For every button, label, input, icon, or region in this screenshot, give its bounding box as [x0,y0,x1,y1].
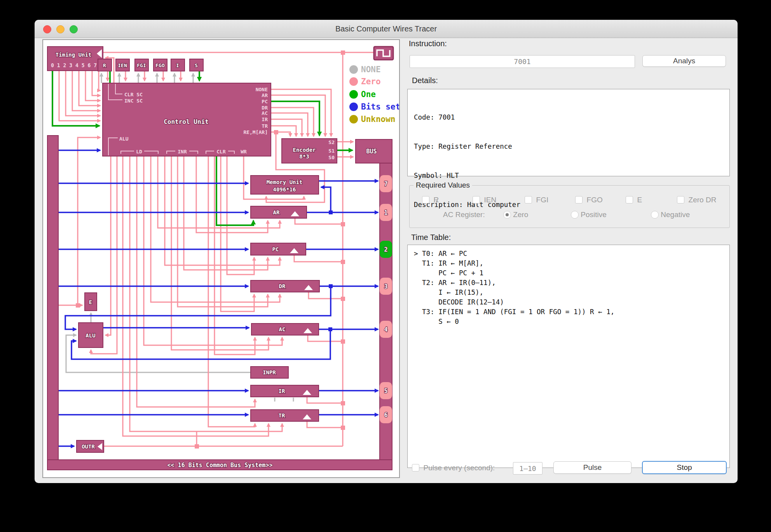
bus-badge-2-active: 2 [384,246,387,253]
time-table-box[interactable]: > T0: AR ← PC T1: IR ← M[AR], PC ← PC + … [407,245,730,468]
radio-positive[interactable]: Positive [571,210,607,219]
svg-text:Zero: Zero [361,77,381,86]
pulse-button[interactable]: Pulse [553,461,631,474]
control-unit-block[interactable]: Control Unit CLR SC INC SC NONE AR PC DR… [103,83,271,156]
legend-dot-bits-set [349,103,358,111]
checkbox-r[interactable]: R [422,196,439,204]
svg-text:Encoder: Encoder [293,147,316,153]
flag-fgi: FGI [137,63,146,68]
blue-wires [58,150,378,446]
svg-text:S0: S0 [328,155,335,160]
bus-block[interactable]: BUS [356,139,392,163]
wires-diagram-panel[interactable]: << 16 Bits Common Bus System>> Timing Un… [42,39,400,478]
svg-text:S1: S1 [328,148,335,154]
timing-digits: 0 1 2 3 4 5 6 7 [51,62,97,68]
details-line: Code: 7001 [414,113,723,122]
stop-button[interactable]: Stop [642,461,727,474]
register-dr[interactable]: DR [251,280,319,292]
checkbox-fgi[interactable]: FGI [525,196,548,204]
screen: Basic Computer Wires Tracer [0,0,771,532]
svg-text:Control Unit: Control Unit [164,118,209,125]
details-label: Details: [412,76,438,85]
svg-text:IR: IR [262,116,268,122]
timing-unit-block[interactable]: Timing Unit 0 1 2 3 4 5 6 7 [47,47,103,71]
svg-text:RE,M[AR]: RE,M[AR] [243,129,268,135]
alu-block[interactable]: ALU [78,323,103,348]
instruction-input[interactable] [410,55,635,68]
details-line: Symbol: HLT [414,171,723,181]
svg-text:AR: AR [262,92,268,98]
register-outr[interactable]: OUTR [77,440,104,452]
svg-text:IR: IR [279,388,285,394]
svg-text:8*3: 8*3 [299,153,309,160]
register-inpr[interactable]: INPR [251,367,288,378]
register-ac[interactable]: AC [251,323,319,335]
encoder-block[interactable]: Encoder 8*3 S2 S1 S0 [282,139,337,163]
details-line: Type: Register Reference [414,142,723,151]
flag-i: I [176,63,179,68]
register-tr[interactable]: TR [251,410,319,421]
cu-inc-sc-label: INC SC [124,98,143,104]
details-box[interactable]: Code: 7001 Type: Register Reference Symb… [407,89,730,176]
register-ar[interactable]: AR [251,206,307,218]
radio-negative[interactable]: Negative [651,210,690,219]
bus-badge-3: 3 [384,283,387,290]
svg-text:TR: TR [262,123,268,129]
checkbox-fgo[interactable]: FGO [575,196,603,204]
svg-text:INR: INR [178,149,187,155]
svg-text:ALU: ALU [85,332,95,339]
common-bus-label: << 16 Bits Common Bus System>> [167,462,273,469]
svg-text:CLR: CLR [216,149,226,155]
flag-fgo: FGO [155,63,165,68]
time-table-label: Time Table: [411,233,451,242]
title-bar[interactable]: Basic Computer Wires Tracer [35,20,738,38]
svg-text:WR: WR [241,149,247,155]
register-pc[interactable]: PC [251,243,306,255]
pulse-icon[interactable] [374,47,393,60]
bus-system-diagram: << 16 Bits Common Bus System>> Timing Un… [43,40,399,477]
svg-text:Bits set: Bits set [361,102,399,111]
register-e[interactable]: E [85,293,97,311]
window-title: Basic Computer Wires Tracer [35,20,738,38]
bus-badge-7: 7 [384,181,387,188]
flag-s: S [195,63,198,68]
svg-text:AC: AC [262,110,268,116]
svg-text:E: E [89,299,92,305]
legend-dot-one [349,90,358,99]
svg-text:Unknown: Unknown [361,115,396,124]
svg-text:LD: LD [136,149,142,155]
svg-text:One: One [361,90,376,99]
svg-text:4096*16: 4096*16 [273,186,296,193]
svg-text:Timing Unit: Timing Unit [56,52,92,58]
svg-text:PC: PC [262,99,268,104]
pulse-interval-input[interactable] [513,462,542,475]
bus-badge-4: 4 [384,326,387,333]
svg-text:NONE: NONE [256,87,268,92]
svg-text:TR: TR [279,412,285,419]
svg-text:AC: AC [279,326,286,332]
pulse-every-checkbox[interactable]: Pulse every (second): [412,464,495,472]
svg-text:DR: DR [279,283,286,289]
svg-text:DR: DR [262,105,268,111]
required-values-group: Required Values R IEN FGI FGO E Zero DR … [409,185,730,228]
checkbox-e[interactable]: E [626,196,642,204]
svg-text:Memory Unit: Memory Unit [267,179,303,185]
svg-text:NONE: NONE [361,65,381,74]
legend-dot-unknown [349,115,358,123]
svg-text:AR: AR [273,209,280,216]
analyze-button[interactable]: Analys [642,55,726,67]
svg-text:INPR: INPR [263,369,276,376]
checkbox-zero-dr[interactable]: Zero DR [677,196,716,204]
instruction-label: Instruction: [409,39,447,48]
bus-badge-5: 5 [384,388,387,395]
memory-unit-block[interactable]: Memory Unit 4096*16 [251,176,319,194]
bus-badge-1: 1 [384,209,387,216]
svg-text:ALU: ALU [119,136,129,142]
svg-text:S2: S2 [328,139,335,145]
svg-text:OUTR: OUTR [82,443,95,450]
radio-zero[interactable]: Zero [503,210,528,219]
checkbox-ien[interactable]: IEN [473,196,496,204]
legend-dot-none [349,65,358,74]
flag-ien: IEN [118,63,127,68]
register-ir[interactable]: IR [251,385,319,397]
